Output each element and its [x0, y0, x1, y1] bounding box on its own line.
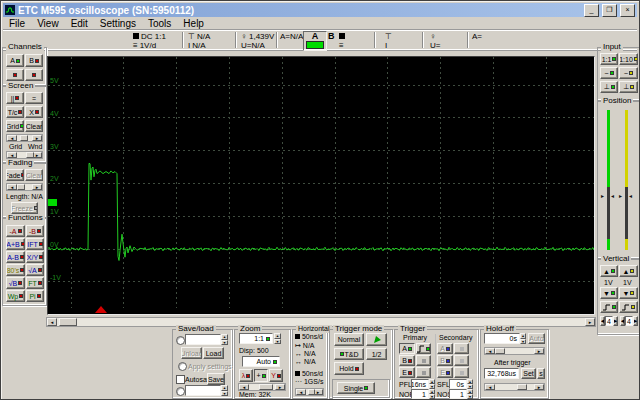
probe-1-10-b-button[interactable]: 1:10	[619, 53, 638, 65]
probe-1-1-a-button[interactable]: 1:1	[600, 53, 618, 65]
position-handle-a-icon[interactable]: ▸	[601, 193, 604, 199]
position-slider-a[interactable]	[607, 110, 610, 250]
after-trigger-set-button[interactable]: Set	[521, 368, 536, 379]
load-button[interactable]: Load	[203, 347, 224, 359]
after-trigger-field[interactable]: 32,768us	[484, 368, 519, 379]
channel-a-option-button[interactable]	[6, 69, 24, 81]
function-a-minus-b-button[interactable]: A-B	[6, 251, 25, 263]
scale-up-a-button[interactable]: ▲	[600, 265, 618, 277]
sfl-field[interactable]: 0s	[449, 379, 467, 389]
autosave-checkbox[interactable]	[176, 375, 185, 384]
zoom-ratio-spinner[interactable]: ▴▾	[274, 333, 281, 344]
zoom-auto-field[interactable]: Auto	[242, 356, 280, 367]
primary-source-a-button[interactable]: A	[399, 343, 415, 354]
scale-down-b-button[interactable]: ▼	[619, 287, 638, 299]
coupling-b-button[interactable]: ~	[619, 67, 638, 79]
x-mode-button[interactable]: X	[25, 106, 43, 118]
save-slot-radio-1[interactable]	[176, 336, 185, 345]
nos-spinner[interactable]: ▴▾	[467, 389, 473, 399]
fading-scrollbar[interactable]: ◂▸	[6, 183, 43, 191]
apply-settings-radio[interactable]	[178, 362, 187, 371]
save-button[interactable]: Save	[207, 373, 225, 385]
channel-b-option-button[interactable]	[25, 69, 43, 81]
half-level-button[interactable]: 1/2	[366, 348, 387, 360]
zoom-scrollbar[interactable]: ◂▸	[238, 383, 286, 391]
grid-toggle-button[interactable]: Grid	[6, 120, 24, 132]
zoom-cursor-y-button[interactable]: Y	[269, 369, 283, 382]
function-pi-button[interactable]: Pi	[26, 290, 44, 302]
function-sqrt-a-button[interactable]: √A	[26, 264, 44, 276]
fade-button[interactable]: Fade	[6, 169, 24, 181]
save-file-field[interactable]	[185, 385, 221, 396]
hold-off-scrollbar[interactable]: ◂▸	[484, 347, 545, 355]
menu-settings[interactable]: Settings	[94, 18, 142, 29]
coupling-a-button[interactable]: ~	[600, 67, 618, 79]
trigger-level-marker[interactable]	[48, 199, 57, 206]
function-wp-button[interactable]: Wp	[6, 290, 25, 302]
save-file-spinner[interactable]: ▴▾	[221, 385, 228, 396]
primary-source-b-button[interactable]: B	[399, 355, 415, 366]
restore-button[interactable]: ❐	[602, 4, 617, 17]
function-neg-b-button[interactable]: -B	[26, 225, 44, 237]
primary-edge-b-button[interactable]	[416, 355, 431, 366]
function-sqrt-b-button[interactable]: √B	[6, 277, 25, 289]
after-trigger-scrollbar[interactable]: ◂▸	[484, 383, 545, 391]
normal-trigger-button[interactable]: Normal	[334, 333, 364, 346]
nos-field[interactable]: 1	[449, 389, 467, 399]
channel-a-button[interactable]: A	[6, 54, 24, 67]
menu-help[interactable]: Help	[177, 18, 210, 29]
step-value-a[interactable]: 4	[605, 316, 613, 326]
channel-a-selector[interactable]: A	[303, 31, 327, 51]
primary-edge-a-button[interactable]	[416, 343, 431, 354]
close-button[interactable]: ×	[620, 4, 635, 17]
scale-up-b-button[interactable]: ▲	[619, 265, 638, 277]
position-handle-b-icon[interactable]: ◂	[629, 193, 632, 199]
zoom-cursor-cross-button[interactable]: +	[254, 369, 268, 382]
load-file-spinner[interactable]: ▴▾	[221, 334, 228, 345]
td-mode-button[interactable]: T&D	[334, 348, 364, 360]
menu-edit[interactable]: Edit	[65, 18, 94, 29]
sfl-spinner[interactable]: ▴▾	[467, 379, 473, 389]
primary-source-e-button[interactable]: E	[399, 367, 415, 378]
fine-scale-b-button[interactable]	[619, 301, 638, 313]
menu-file[interactable]: File	[3, 18, 31, 29]
horizontal-scrollbar[interactable]: ◂▸	[295, 388, 324, 396]
function-ft-button[interactable]: FT	[26, 277, 44, 289]
menu-tools[interactable]: Tools	[142, 18, 177, 29]
single-trigger-button[interactable]: Single	[337, 382, 375, 394]
zoom-cursor-a-button[interactable]: λ	[239, 369, 253, 382]
nop-spinner[interactable]: ▴▾	[429, 389, 435, 399]
ground-b-button[interactable]: ⊥	[619, 81, 638, 93]
function-ift-button[interactable]: IFT	[26, 238, 44, 250]
zoom-ratio-field[interactable]: 1:1	[239, 333, 273, 344]
split-horizontal-button[interactable]: =	[25, 92, 43, 104]
auto-trigger-button[interactable]	[366, 333, 387, 346]
function-neg-a-button[interactable]: -A	[6, 225, 25, 237]
load-file-field[interactable]	[185, 334, 221, 345]
screen-clear-button[interactable]: Clear	[25, 120, 43, 132]
step-right-b-button[interactable]: ▸	[633, 316, 638, 326]
function-80s-button[interactable]: 80's	[6, 264, 25, 276]
trigger-position-marker[interactable]	[95, 306, 107, 313]
save-slot-radio-2[interactable]	[176, 387, 185, 396]
primary-edge-e-button[interactable]	[416, 367, 431, 378]
function-a-plus-b-button[interactable]: A+B	[6, 238, 25, 250]
pfl-spinner[interactable]: ▴▾	[429, 379, 435, 389]
position-handle-b-icon[interactable]: ▸	[619, 193, 622, 199]
hold-off-spinner[interactable]: ▴▾	[520, 333, 526, 344]
after-trigger-unit-button[interactable]: s	[537, 368, 545, 379]
fine-scale-a-button[interactable]	[600, 301, 618, 313]
position-handle-a-icon[interactable]: ◂	[611, 193, 614, 199]
ground-a-button[interactable]: ⊥	[600, 81, 618, 93]
function-xy-button[interactable]: X/Y	[26, 251, 44, 263]
step-value-b[interactable]: 4	[625, 316, 633, 326]
channel-b-button[interactable]: B	[25, 54, 43, 67]
scale-down-a-button[interactable]: ▼	[600, 287, 618, 299]
tc-button[interactable]: T/c	[6, 106, 24, 118]
grid-brightness-scrollbar[interactable]: ◂▸	[6, 134, 43, 142]
hold-off-field[interactable]: 0s	[484, 333, 520, 344]
position-slider-b[interactable]	[625, 110, 628, 250]
scope-display[interactable]: 5V4V3V2V1V0V-1V	[47, 56, 595, 315]
split-vertical-button[interactable]: ||	[6, 92, 24, 104]
nop-field[interactable]: 1	[411, 389, 429, 399]
